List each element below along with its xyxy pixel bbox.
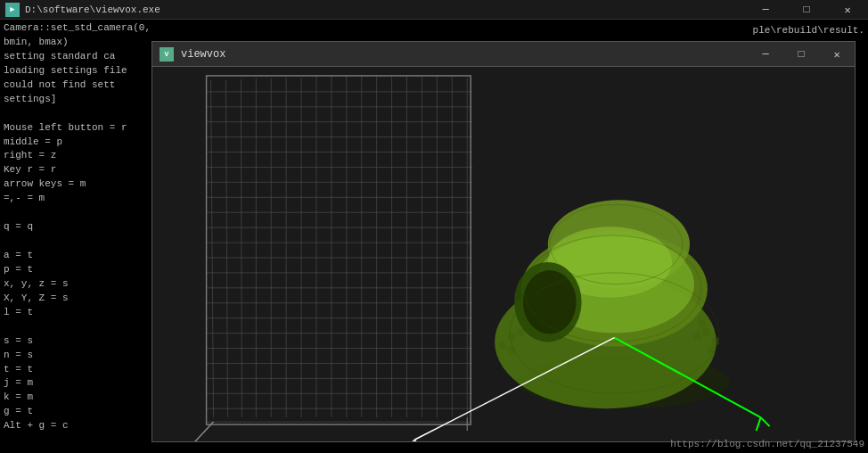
viewvox-minimize-button[interactable]: — <box>748 42 783 67</box>
terminal-controls[interactable]: — □ ✕ <box>745 0 868 20</box>
terminal-line: n = s <box>4 349 152 363</box>
terminal-line: p = t <box>4 263 152 277</box>
terminal-line: x, y, z = s <box>4 277 152 292</box>
terminal-line: X, Y, Z = s <box>4 292 152 306</box>
terminal-close-button[interactable]: ✕ <box>827 0 868 20</box>
terminal-line: Alt + g = c <box>4 419 152 433</box>
terminal-line: setting standard ca <box>4 50 152 64</box>
svg-rect-0 <box>153 67 854 441</box>
terminal-line: a = t <box>4 249 152 263</box>
terminal-line: settings] <box>4 93 152 107</box>
terminal-line: Mouse left button = r <box>4 121 152 136</box>
terminal-line: middle = p <box>4 136 152 150</box>
terminal-line <box>4 206 152 220</box>
url-bar: https://blog.csdn.net/qq_21237549 <box>670 439 864 449</box>
terminal-line: Key r = r <box>4 163 152 177</box>
terminal-line: j = m <box>4 376 152 391</box>
viewvox-title: viewvox <box>181 48 225 61</box>
terminal-line: k = m <box>4 391 152 405</box>
viewport <box>152 67 855 441</box>
viewvox-controls[interactable]: — □ ✕ <box>748 42 855 67</box>
terminal-line: g = t <box>4 405 152 419</box>
terminal-line: loading settings file <box>4 64 152 78</box>
terminal-line <box>4 107 152 121</box>
terminal-title: D:\software\viewvox.exe <box>25 4 160 15</box>
terminal-maximize-button[interactable]: □ <box>786 0 827 20</box>
svg-point-62 <box>523 270 577 334</box>
terminal-icon: ▶ <box>5 3 20 17</box>
terminal-line <box>4 320 152 334</box>
terminal-line: t = t <box>4 363 152 377</box>
path-text: ple\rebuild\result. <box>753 25 864 36</box>
3d-scene <box>152 67 855 441</box>
terminal-line: =,- = m <box>4 192 152 206</box>
svg-rect-56 <box>703 329 710 336</box>
svg-rect-47 <box>508 334 515 341</box>
terminal-line: Camera::set_std_camera(0, bmin, bmax) <box>4 21 152 50</box>
svg-rect-52 <box>499 342 506 350</box>
terminal-line: q = q <box>4 220 152 235</box>
svg-rect-58 <box>699 320 706 327</box>
terminal-content: Camera::set_std_camera(0, bmin, bmax) se… <box>0 20 156 453</box>
terminal-line: could not find sett <box>4 78 152 93</box>
terminal-line: right = z <box>4 149 152 163</box>
terminal-minimize-button[interactable]: — <box>745 0 786 20</box>
viewvox-close-button[interactable]: ✕ <box>819 42 855 67</box>
viewvox-icon: V <box>160 47 174 62</box>
viewvox-titlebar: V viewvox — □ ✕ <box>152 42 855 67</box>
terminal-titlebar: ▶ D:\software\viewvox.exe — □ ✕ <box>0 0 868 20</box>
terminal-line: arrow keys = m <box>4 177 152 192</box>
viewvox-window: V viewvox — □ ✕ <box>151 41 856 442</box>
svg-rect-57 <box>694 334 701 341</box>
terminal-line: l = t <box>4 306 152 320</box>
viewvox-maximize-button[interactable]: □ <box>783 42 819 67</box>
terminal-line <box>4 235 152 249</box>
terminal-line: s = s <box>4 334 152 349</box>
svg-rect-48 <box>517 329 524 336</box>
